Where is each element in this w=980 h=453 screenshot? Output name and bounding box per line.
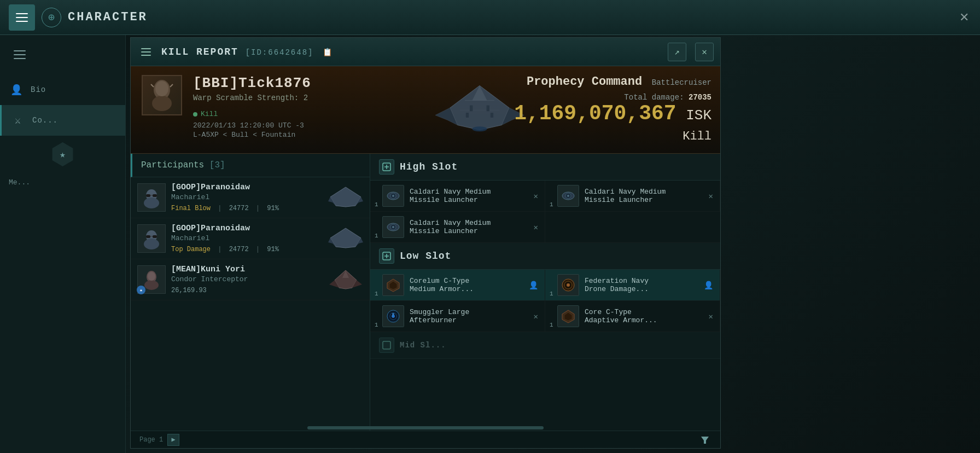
damage-value: 27035 [689, 93, 711, 102]
copy-icon[interactable]: 📋 [323, 48, 333, 57]
svg-line-4 [170, 84, 173, 87]
badge-dot [193, 112, 197, 117]
svg-marker-70 [701, 437, 709, 444]
person-icon: 👤 [704, 281, 713, 290]
ship-name-line: Prophecy Command Battlecruiser [514, 75, 711, 89]
export-button[interactable]: ↗ [668, 43, 686, 61]
participant-row[interactable]: ★ [MEAN]Kuni Yori Condor Interceptor 26,… [131, 259, 370, 300]
participant-ship-2: Machariel [171, 234, 323, 242]
svg-rect-30 [153, 235, 157, 238]
isk-label: ISK [686, 107, 711, 124]
fitting-remove-button[interactable]: ✕ [534, 312, 538, 321]
fitting-remove-button[interactable]: ✕ [709, 191, 713, 201]
kill-report-window: KILL REPORT [ID:6642648] 📋 ↗ ✕ [130, 37, 721, 449]
svg-point-1 [152, 96, 172, 111]
person-icon: 👤 [529, 281, 538, 290]
fitting-item: 1 Caldari Navy MediumMissile Launcher ✕ [370, 212, 545, 243]
fittings-panel: High Slot 1 Caldari [370, 154, 720, 431]
page-info: Page 1 ▶ [139, 434, 179, 446]
fitting-item: 1 Core C-TypeAdaptive Armor... ✕ [545, 301, 720, 332]
fitting-item: 1 Caldari Navy MediumMissile Launcher ✕ [370, 181, 545, 212]
sidebar-item-bio[interactable]: 👤 Bio [0, 74, 125, 105]
fitting-remove-button[interactable]: ✕ [534, 191, 538, 201]
next-slot-title: Mid Sl... [400, 341, 446, 350]
svg-marker-32 [330, 228, 361, 248]
participants-panel: Participants [3] [131, 154, 370, 431]
window-title: KILL REPORT [ID:6642648] 📋 [161, 47, 661, 57]
participant-name-2: [GOOP]Paranoidaw [171, 224, 323, 233]
next-page-button[interactable]: ▶ [167, 434, 179, 446]
high-slot-grid: 1 Caldari Navy MediumMissile Launcher ✕ [370, 181, 720, 243]
window-titlebar: KILL REPORT [ID:6642648] 📋 ↗ ✕ [131, 38, 720, 66]
kill-header: [BBI]Tick1876 Warp Scramble Strength: 2 … [131, 66, 720, 154]
svg-point-51 [567, 195, 569, 197]
top-bar: ⊕ CHARACTER ✕ [0, 0, 980, 35]
fitting-image [382, 185, 404, 207]
svg-rect-15 [466, 113, 469, 118]
fitting-image [382, 216, 404, 238]
fitting-name: Caldari Navy MediumMissile Launcher [410, 219, 528, 235]
participants-header: Participants [3] [131, 154, 370, 177]
participant-stats-1: Final Blow | 24772 | 91% [171, 205, 323, 212]
menu-button[interactable] [9, 4, 35, 31]
kill-right-info: Prophecy Command Battlecruiser Total dam… [514, 75, 711, 143]
svg-point-62 [567, 283, 570, 287]
participant-ship-3: Condor Interceptor [171, 275, 323, 283]
damage-line: Total damage: 27035 [514, 93, 711, 102]
participants-count: [3] [209, 160, 225, 170]
next-slot-icon [379, 338, 394, 353]
svg-rect-21 [153, 194, 157, 197]
window-menu-button[interactable] [137, 43, 155, 61]
app-close-button[interactable]: ✕ [959, 10, 969, 25]
ship-type: Battlecruiser [652, 78, 711, 87]
svg-rect-14 [487, 106, 489, 112]
fitting-item-empty [545, 212, 720, 243]
ship-class: Prophecy Command [527, 75, 642, 89]
fitting-name: Corelum C-TypeMedium Armor... [410, 277, 521, 293]
fitting-remove-button[interactable]: ✕ [534, 223, 538, 232]
fitting-item: 1 Corelum C-TypeMedium Armor... 👤 [370, 270, 545, 301]
fitting-image [557, 185, 579, 207]
low-slot-title: Low Slot [400, 251, 451, 262]
participant-row[interactable]: [GOOP]Paranoidaw Machariel Top Damage | … [131, 218, 370, 259]
sidebar-item-me[interactable]: Me... [0, 173, 125, 192]
participant-ship-img-1 [328, 186, 363, 209]
svg-point-37 [144, 280, 159, 290]
scrollbar-thumb[interactable] [307, 426, 543, 429]
fitting-name: Smuggler LargeAfterburner [410, 308, 528, 324]
content-area: Participants [3] [131, 154, 720, 431]
star-badge: ★ [137, 286, 145, 294]
high-slot-header: High Slot [370, 154, 720, 181]
participant-ship-1: Machariel [171, 193, 323, 201]
participant-info-1: [GOOP]Paranoidaw Machariel Final Blow | … [171, 183, 323, 212]
fitting-name: Caldari Navy MediumMissile Launcher [410, 188, 528, 204]
svg-point-48 [392, 195, 394, 197]
fitting-name: Caldari Navy MediumMissile Launcher [585, 188, 703, 204]
sidebar-item-combat[interactable]: ⚔ Co... [0, 105, 125, 136]
fitting-image [557, 274, 579, 296]
participant-avatar-2 [137, 224, 166, 253]
fitting-image [557, 305, 579, 327]
svg-point-2 [155, 81, 168, 96]
medal-icon[interactable]: ★ [51, 142, 75, 166]
participant-avatar-1 [137, 183, 166, 212]
svg-point-10 [472, 126, 487, 131]
combat-icon: ⚔ [10, 113, 26, 128]
participant-name-1: [GOOP]Paranoidaw [171, 183, 323, 192]
filter-button[interactable] [698, 433, 711, 446]
participant-info-3: [MEAN]Kuni Yori Condor Interceptor 26,16… [171, 265, 323, 294]
kill-avatar [142, 75, 182, 115]
window-title-id: [ID:6642648] [246, 48, 314, 57]
window-close-button[interactable]: ✕ [695, 43, 714, 61]
low-slot-grid: 1 Corelum C-TypeMedium Armor... 👤 1 [370, 270, 720, 332]
next-slot-header: Mid Sl... [370, 332, 720, 359]
fitting-remove-button[interactable]: ✕ [709, 312, 713, 321]
svg-rect-29 [146, 235, 150, 238]
sidebar-menu-button[interactable] [9, 44, 31, 66]
bottom-bar: Page 1 ▶ [131, 431, 720, 448]
participant-avatar-3: ★ [137, 265, 166, 294]
svg-point-54 [392, 226, 394, 228]
low-slot-header: Low Slot [370, 243, 720, 270]
kill-type-label: Kill [514, 130, 711, 143]
participant-row[interactable]: [GOOP]Paranoidaw Machariel Final Blow | … [131, 177, 370, 218]
